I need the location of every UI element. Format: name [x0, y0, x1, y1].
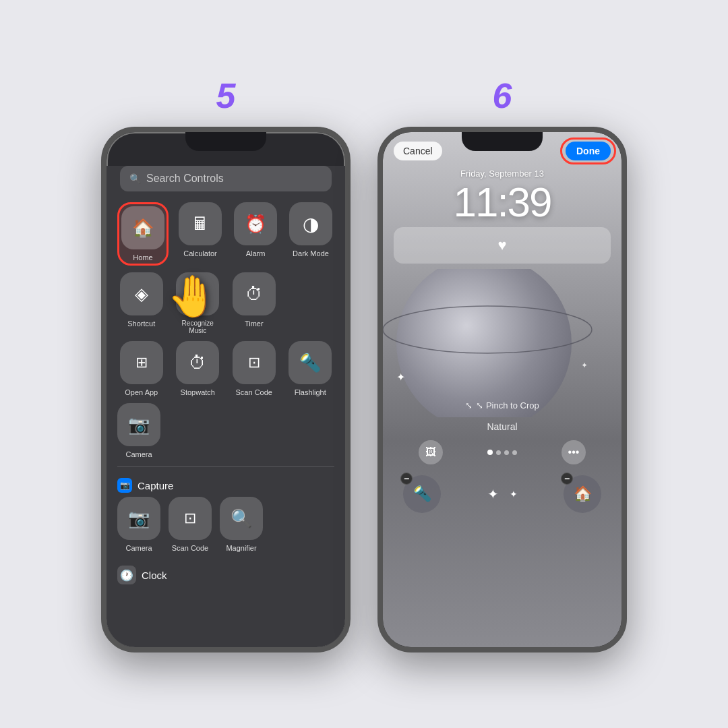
heart-icon: ♥ — [497, 237, 506, 254]
step5-number: 5 — [216, 75, 236, 116]
alarm-label: Alarm — [246, 249, 266, 257]
planet-ring-svg — [383, 289, 612, 370]
search-icon: 🔍 — [129, 173, 141, 184]
ctrl-alarm[interactable]: ⏰ Alarm — [232, 202, 279, 266]
camera-row: 📷 Camera — [107, 403, 345, 462]
dot-3 — [504, 450, 509, 455]
phone5-bg: 🔍 Search Controls 🏠 Home 🖩 Calculator — [107, 166, 345, 647]
ctrl-shortcut[interactable]: ◈ Shortcut — [117, 272, 166, 334]
dot-2 — [496, 450, 501, 455]
timer-label: Timer — [245, 320, 264, 328]
ctrl-capture-camera[interactable]: 📷 Camera — [117, 497, 160, 552]
camera-icon: 📷 — [117, 403, 160, 446]
darkmode-icon: ◑ — [289, 202, 332, 245]
sparkle-1: ✦ — [396, 371, 405, 384]
step6-number: 6 — [493, 75, 512, 116]
capture-items: 📷 Camera ⊡ Scan Code 🔍 Magnifier — [107, 497, 345, 559]
phone6-screen: Cancel Done Friday, September 13 11:39 ♥ — [383, 132, 621, 647]
separator — [117, 466, 334, 467]
pinch-label: ⤡ ⤡ Pinch to Crop — [465, 400, 539, 411]
capture-section-icon: 📷 — [117, 478, 132, 493]
shortcut-label: Shortcut — [127, 320, 155, 328]
gallery-icon[interactable]: 🖼 — [419, 440, 443, 464]
controls-grid-row3: ⊞ Open App ⏱ Stopwatch ⊡ Scan Code 🔦 — [107, 341, 345, 396]
ctrl-home[interactable]: 🏠 Home — [117, 202, 169, 266]
flashlight-label: Flashlight — [295, 388, 326, 396]
step5-wrapper: 5 🔍 Search Controls 🏠 Home — [101, 75, 351, 653]
ctrl-capture-scan[interactable]: ⊡ Scan Code — [169, 497, 212, 552]
capture-section-label: Capture — [138, 480, 173, 491]
ctrl-openapp[interactable]: ⊞ Open App — [117, 341, 166, 396]
magnifier-icon: 🔍 — [220, 497, 263, 540]
main-container: 5 🔍 Search Controls 🏠 Home — [0, 0, 728, 728]
alarm-icon: ⏰ — [234, 202, 277, 245]
bottom-home[interactable]: − 🏠 — [564, 475, 601, 513]
flashlight-remove-badge[interactable]: − — [400, 473, 413, 485]
ctrl-darkmode[interactable]: ◑ Dark Mode — [287, 202, 334, 266]
capture-camera-label: Camera — [125, 544, 152, 552]
lockscreen-header: Cancel Done — [383, 132, 621, 166]
lockscreen-date: Friday, September 13 — [383, 169, 621, 179]
clock-section-label: Clock — [142, 570, 167, 581]
more-icon[interactable]: ••• — [562, 440, 586, 464]
search-bar[interactable]: 🔍 Search Controls — [120, 166, 332, 191]
clock-section: 🕐 Clock — [107, 559, 345, 588]
pinch-icon: ⤡ — [465, 400, 473, 411]
bottom-flashlight[interactable]: − 🔦 — [403, 475, 441, 513]
dot-4 — [512, 450, 517, 455]
pinch-text: ⤡ Pinch to Crop — [476, 400, 539, 411]
timer-icon: ⏱ — [233, 272, 276, 315]
done-btn-wrapper: Done — [566, 142, 611, 160]
cancel-button[interactable]: Cancel — [394, 142, 442, 160]
flashlight-icon: 🔦 — [289, 341, 332, 384]
calculator-label: Calculator — [183, 249, 217, 257]
darkmode-label: Dark Mode — [293, 249, 329, 257]
lockscreen-widget: ♥ — [394, 227, 611, 264]
step6-wrapper: 6 Cancel Done Friday, September 13 — [377, 75, 627, 653]
stopwatch-label: Stopwatch — [181, 388, 215, 396]
phone6-bg: Cancel Done Friday, September 13 11:39 ♥ — [383, 132, 621, 647]
scancode-label: Scan Code — [236, 388, 272, 396]
hand-cursor-6: 🤚 — [621, 146, 627, 196]
calculator-icon: 🖩 — [179, 202, 222, 245]
home-remove-badge[interactable]: − — [561, 473, 573, 485]
ctrl-timer[interactable]: ⏱ Timer — [230, 272, 278, 334]
ctrl-camera[interactable]: 📷 Camera — [117, 403, 160, 458]
bottom-sparkles: ✦ ✦ — [441, 486, 564, 502]
capture-section: 📷 Capture — [107, 471, 345, 497]
magnifier-label: Magnifier — [226, 544, 256, 552]
camera-label: Camera — [125, 450, 152, 458]
natural-label: Natural — [383, 421, 621, 432]
openapp-icon: ⊞ — [120, 341, 163, 384]
dot-1 — [487, 450, 493, 455]
phone5-screen: 🔍 Search Controls 🏠 Home 🖩 Calculator — [107, 132, 345, 647]
done-ring-highlight — [560, 138, 616, 164]
sparkle-2: ✦ — [581, 361, 588, 370]
search-placeholder: Search Controls — [146, 173, 224, 185]
planet-area: ✦ ✦ ⤡ ⤡ Pinch to Crop — [383, 269, 621, 417]
clock-section-icon: 🕐 — [117, 566, 136, 584]
home-icon: 🏠 — [121, 206, 164, 249]
capture-scan-icon: ⊡ — [169, 497, 212, 540]
scancode-icon: ⊡ — [233, 341, 276, 384]
svg-point-0 — [383, 306, 592, 353]
ctrl-magnifier[interactable]: 🔍 Magnifier — [220, 497, 263, 552]
lockscreen-bottom: − 🔦 ✦ ✦ − 🏠 — [383, 468, 621, 526]
shortcut-icon: ◈ — [120, 272, 163, 315]
controls-grid-row1: 🏠 Home 🖩 Calculator ⏰ Alarm ◑ — [107, 202, 345, 266]
hand-cursor-5: 🤚 — [167, 272, 218, 320]
home-label: Home — [133, 253, 152, 262]
ctrl-calculator[interactable]: 🖩 Calculator — [177, 202, 224, 266]
dots-row — [487, 450, 517, 455]
sparkle-bottom-2: ✦ — [510, 489, 518, 499]
sparkle-bottom-1: ✦ — [487, 486, 499, 502]
ctrl-scancode[interactable]: ⊡ Scan Code — [230, 341, 278, 396]
stopwatch-icon: ⏱ — [176, 341, 219, 384]
phone5: 🔍 Search Controls 🏠 Home 🖩 Calculator — [101, 127, 351, 653]
wallpaper-controls: 🖼 ••• — [383, 436, 621, 468]
ctrl-flashlight[interactable]: 🔦 Flashlight — [286, 341, 335, 396]
openapp-label: Open App — [125, 388, 158, 396]
music-label: RecognizeMusic — [182, 320, 214, 334]
ctrl-stopwatch[interactable]: ⏱ Stopwatch — [174, 341, 222, 396]
lockscreen-time: 11:39 — [383, 181, 621, 223]
